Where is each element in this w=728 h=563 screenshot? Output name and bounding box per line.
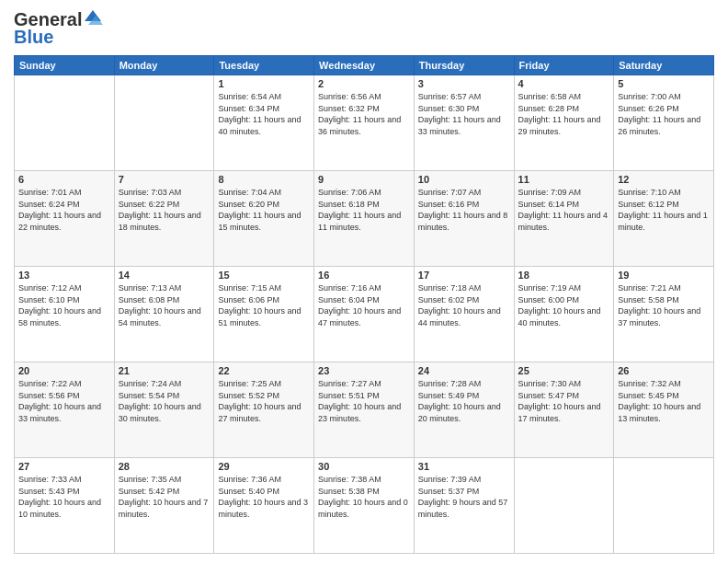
- day-header-wednesday: Wednesday: [314, 56, 415, 75]
- day-info: Sunrise: 7:25 AM Sunset: 5:52 PM Dayligh…: [218, 378, 310, 424]
- sunset-text: Sunset: 6:16 PM: [418, 200, 480, 209]
- day-info: Sunrise: 7:35 AM Sunset: 5:42 PM Dayligh…: [119, 474, 210, 520]
- sunset-text: Sunset: 6:20 PM: [218, 200, 279, 209]
- sunset-text: Sunset: 6:32 PM: [318, 104, 380, 113]
- daylight-text: Daylight: 10 hours and 3 minutes.: [218, 498, 308, 519]
- day-info: Sunrise: 7:04 AM Sunset: 6:20 PM Dayligh…: [218, 187, 310, 233]
- sunrise-text: Sunrise: 7:00 AM: [618, 92, 681, 101]
- daylight-text: Daylight: 11 hours and 22 minutes.: [18, 211, 101, 232]
- daylight-text: Daylight: 11 hours and 15 minutes.: [218, 211, 301, 232]
- sunset-text: Sunset: 5:52 PM: [218, 391, 279, 400]
- calendar-cell: 25 Sunrise: 7:30 AM Sunset: 5:47 PM Dayl…: [514, 362, 614, 458]
- daylight-text: Daylight: 10 hours and 23 minutes.: [318, 402, 401, 423]
- calendar-cell: 13 Sunrise: 7:12 AM Sunset: 6:10 PM Dayl…: [15, 267, 115, 362]
- calendar-cell: 10 Sunrise: 7:07 AM Sunset: 6:16 PM Dayl…: [414, 171, 514, 267]
- calendar-week-row: 27 Sunrise: 7:33 AM Sunset: 5:43 PM Dayl…: [15, 458, 714, 554]
- calendar-cell: 16 Sunrise: 7:16 AM Sunset: 6:04 PM Dayl…: [314, 267, 415, 362]
- day-number: 10: [418, 174, 510, 185]
- day-info: Sunrise: 7:27 AM Sunset: 5:51 PM Dayligh…: [318, 378, 410, 424]
- calendar-cell: 31 Sunrise: 7:39 AM Sunset: 5:37 PM Dayl…: [414, 458, 514, 554]
- day-number: 25: [518, 365, 610, 376]
- day-number: 16: [318, 270, 410, 281]
- sunset-text: Sunset: 5:56 PM: [18, 391, 80, 400]
- calendar-cell: 8 Sunrise: 7:04 AM Sunset: 6:20 PM Dayli…: [214, 171, 314, 267]
- day-info: Sunrise: 7:15 AM Sunset: 6:06 PM Dayligh…: [218, 282, 310, 328]
- calendar-cell: 24 Sunrise: 7:28 AM Sunset: 5:49 PM Dayl…: [414, 362, 514, 458]
- calendar-cell: 21 Sunrise: 7:24 AM Sunset: 5:54 PM Dayl…: [114, 362, 214, 458]
- day-number: 2: [318, 78, 410, 89]
- day-number: 26: [618, 365, 710, 376]
- sunset-text: Sunset: 6:26 PM: [618, 104, 679, 113]
- sunset-text: Sunset: 5:37 PM: [418, 487, 480, 496]
- sunset-text: Sunset: 6:22 PM: [119, 200, 180, 209]
- daylight-text: Daylight: 10 hours and 10 minutes.: [18, 498, 101, 519]
- sunrise-text: Sunrise: 7:39 AM: [418, 475, 482, 484]
- day-number: 14: [119, 270, 210, 281]
- day-info: Sunrise: 7:10 AM Sunset: 6:12 PM Dayligh…: [618, 187, 710, 233]
- sunrise-text: Sunrise: 7:30 AM: [518, 379, 582, 388]
- sunset-text: Sunset: 6:12 PM: [618, 200, 679, 209]
- sunrise-text: Sunrise: 7:19 AM: [518, 283, 582, 293]
- day-number: 15: [218, 270, 310, 281]
- sunset-text: Sunset: 5:58 PM: [618, 295, 679, 304]
- day-number: 1: [218, 78, 310, 89]
- day-info: Sunrise: 6:56 AM Sunset: 6:32 PM Dayligh…: [318, 91, 410, 137]
- daylight-text: Daylight: 11 hours and 33 minutes.: [418, 115, 501, 136]
- day-info: Sunrise: 7:28 AM Sunset: 5:49 PM Dayligh…: [418, 378, 510, 424]
- daylight-text: Daylight: 11 hours and 26 minutes.: [618, 115, 700, 136]
- header: General Blue: [14, 9, 714, 48]
- daylight-text: Daylight: 11 hours and 4 minutes.: [518, 211, 609, 232]
- day-info: Sunrise: 6:54 AM Sunset: 6:34 PM Dayligh…: [218, 91, 310, 137]
- day-number: 13: [18, 270, 110, 281]
- daylight-text: Daylight: 11 hours and 8 minutes.: [418, 211, 508, 232]
- calendar-cell: 23 Sunrise: 7:27 AM Sunset: 5:51 PM Dayl…: [314, 362, 415, 458]
- day-info: Sunrise: 7:00 AM Sunset: 6:26 PM Dayligh…: [618, 91, 710, 137]
- calendar-header-row: SundayMondayTuesdayWednesdayThursdayFrid…: [15, 56, 714, 75]
- sunset-text: Sunset: 6:00 PM: [518, 295, 580, 304]
- sunrise-text: Sunrise: 6:58 AM: [518, 92, 582, 101]
- daylight-text: Daylight: 10 hours and 33 minutes.: [18, 402, 101, 423]
- sunrise-text: Sunrise: 7:33 AM: [18, 475, 82, 484]
- calendar-cell: 19 Sunrise: 7:21 AM Sunset: 5:58 PM Dayl…: [614, 267, 714, 362]
- sunrise-text: Sunrise: 7:35 AM: [119, 475, 182, 484]
- calendar-week-row: 1 Sunrise: 6:54 AM Sunset: 6:34 PM Dayli…: [15, 75, 714, 171]
- day-number: 3: [418, 78, 510, 89]
- calendar-cell: 29 Sunrise: 7:36 AM Sunset: 5:40 PM Dayl…: [214, 458, 314, 554]
- sunrise-text: Sunrise: 7:15 AM: [218, 283, 281, 293]
- logo-blue-text: Blue: [14, 27, 53, 48]
- day-number: 20: [18, 365, 110, 376]
- day-number: 9: [318, 174, 410, 185]
- sunrise-text: Sunrise: 7:18 AM: [418, 283, 482, 293]
- logo-icon: [83, 8, 103, 29]
- sunrise-text: Sunrise: 7:07 AM: [418, 188, 482, 197]
- day-info: Sunrise: 7:38 AM Sunset: 5:38 PM Dayligh…: [318, 474, 410, 520]
- sunset-text: Sunset: 5:47 PM: [518, 391, 580, 400]
- calendar-cell: 2 Sunrise: 6:56 AM Sunset: 6:32 PM Dayli…: [314, 75, 415, 171]
- sunset-text: Sunset: 6:14 PM: [518, 200, 580, 209]
- day-info: Sunrise: 7:18 AM Sunset: 6:02 PM Dayligh…: [418, 282, 510, 328]
- day-number: 23: [318, 365, 410, 376]
- day-info: Sunrise: 7:24 AM Sunset: 5:54 PM Dayligh…: [119, 378, 210, 424]
- day-info: Sunrise: 7:06 AM Sunset: 6:18 PM Dayligh…: [318, 187, 410, 233]
- calendar-cell: [15, 75, 115, 171]
- calendar-cell: 12 Sunrise: 7:10 AM Sunset: 6:12 PM Dayl…: [614, 171, 714, 267]
- daylight-text: Daylight: 11 hours and 1 minute.: [618, 211, 708, 232]
- day-number: 4: [518, 78, 610, 89]
- day-info: Sunrise: 7:01 AM Sunset: 6:24 PM Dayligh…: [18, 187, 110, 233]
- calendar-cell: 20 Sunrise: 7:22 AM Sunset: 5:56 PM Dayl…: [15, 362, 115, 458]
- sunrise-text: Sunrise: 6:57 AM: [418, 92, 482, 101]
- calendar-cell: 28 Sunrise: 7:35 AM Sunset: 5:42 PM Dayl…: [114, 458, 214, 554]
- calendar-week-row: 6 Sunrise: 7:01 AM Sunset: 6:24 PM Dayli…: [15, 171, 714, 267]
- sunrise-text: Sunrise: 7:03 AM: [119, 188, 182, 197]
- calendar-cell: [514, 458, 614, 554]
- daylight-text: Daylight: 10 hours and 40 minutes.: [518, 306, 601, 327]
- day-info: Sunrise: 7:07 AM Sunset: 6:16 PM Dayligh…: [418, 187, 510, 233]
- day-info: Sunrise: 6:58 AM Sunset: 6:28 PM Dayligh…: [518, 91, 610, 137]
- day-number: 18: [518, 270, 610, 281]
- day-info: Sunrise: 7:21 AM Sunset: 5:58 PM Dayligh…: [618, 282, 710, 328]
- day-header-saturday: Saturday: [614, 56, 714, 75]
- day-header-sunday: Sunday: [15, 56, 115, 75]
- day-info: Sunrise: 7:32 AM Sunset: 5:45 PM Dayligh…: [618, 378, 710, 424]
- calendar-cell: [114, 75, 214, 171]
- sunset-text: Sunset: 5:54 PM: [119, 391, 180, 400]
